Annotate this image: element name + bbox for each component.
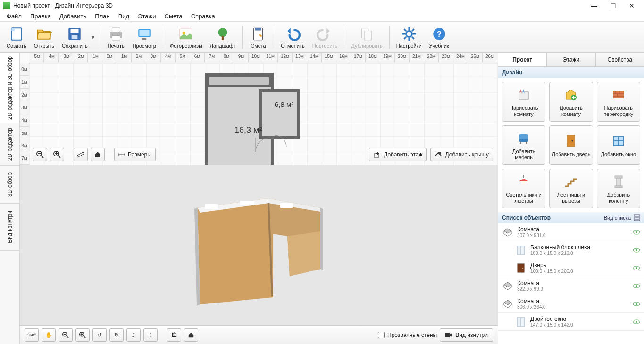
tilt-up-icon[interactable]: ⤴ (126, 328, 141, 342)
menu-add[interactable]: Добавить (56, 12, 90, 21)
add-floor-button[interactable]: Добавить этаж (369, 148, 427, 161)
list-item[interactable]: Комната322.0 x 99.9 (498, 277, 644, 295)
menu-view[interactable]: Вид (115, 12, 134, 21)
zoom-in-button[interactable] (50, 148, 64, 161)
menu-floors[interactable]: Этажи (134, 12, 159, 21)
zoom-out-button[interactable] (33, 148, 47, 161)
svg-point-90 (523, 181, 525, 183)
plan-2d-viewport[interactable]: -5м-4м-3м-2м-1м0м1м2м3м4м5м6м7м8м9м10м11… (20, 53, 498, 165)
svg-line-35 (41, 156, 43, 158)
svg-point-18 (406, 31, 412, 37)
object-list[interactable]: Комната307.0 x 531.0Балконный блок слева… (498, 223, 644, 344)
toolbar-photoreal[interactable]: Фотореализм (166, 23, 206, 51)
svg-rect-32 (260, 90, 298, 138)
add-roof-button[interactable]: Добавить крышу (430, 148, 493, 161)
toolbar-print[interactable]: Печать (103, 23, 129, 51)
design-add-furniture[interactable]: Добавить мебель (502, 125, 545, 165)
design-draw-room[interactable]: Нарисовать комнату (502, 82, 545, 122)
save-image-icon[interactable]: 🖼 (167, 328, 181, 342)
transparent-walls-checkbox[interactable]: Прозрачные стены (378, 332, 437, 338)
window-icon (515, 316, 527, 328)
rotate-360-icon[interactable]: 360° (25, 328, 39, 342)
svg-rect-31 (209, 76, 270, 86)
maximize-button[interactable]: ☐ (603, 0, 622, 11)
zoom-in-3d-icon[interactable] (75, 328, 90, 342)
viewtab-2d[interactable]: 2D-редактор (0, 123, 19, 166)
design-add-window[interactable]: Добавить окно (597, 125, 640, 165)
svg-point-105 (522, 268, 523, 269)
sizes-button[interactable]: Размеры (114, 148, 156, 161)
measure-button[interactable] (74, 148, 88, 161)
toolbar-estimate[interactable]: Смета (245, 23, 271, 51)
viewtab-3d[interactable]: 3D-обзор (0, 166, 19, 204)
svg-rect-3 (72, 35, 78, 39)
save-dropdown[interactable]: ▾ (92, 34, 97, 41)
list-item[interactable]: Комната306.0 x 264.0 (498, 295, 644, 313)
design-add-lights[interactable]: Светильники и люстры (502, 169, 545, 208)
menu-estimate[interactable]: Смета (161, 12, 186, 21)
svg-point-99 (636, 231, 637, 233)
visibility-icon[interactable] (633, 318, 640, 326)
svg-point-103 (636, 249, 637, 251)
rtab-props[interactable]: Свойства (596, 53, 644, 66)
toolbar-tutorial[interactable]: ?Учебник (426, 23, 453, 51)
menu-help[interactable]: Справка (187, 12, 219, 21)
svg-point-107 (636, 267, 637, 269)
toolbar-settings[interactable]: Настройки (393, 23, 426, 51)
door-icon (515, 262, 527, 274)
tilt-down-icon[interactable]: ⤵ (143, 328, 158, 342)
svg-line-38 (58, 156, 60, 158)
menu-file[interactable]: Файл (3, 12, 25, 21)
visibility-icon[interactable] (633, 264, 640, 272)
rtab-project[interactable]: Проект (498, 53, 547, 66)
minimize-button[interactable]: — (585, 0, 603, 11)
svg-rect-6 (112, 36, 120, 40)
svg-point-109 (636, 285, 637, 287)
toolbar-open[interactable]: Открыть (30, 23, 58, 51)
zoom-out-3d-icon[interactable] (59, 328, 73, 342)
svg-point-115 (636, 321, 637, 323)
svg-line-23 (404, 29, 406, 31)
home-button[interactable] (91, 148, 105, 161)
toolbar-preview[interactable]: Просмотр (129, 23, 160, 51)
pan-icon[interactable]: ✋ (42, 328, 56, 342)
design-add-column[interactable]: Добавить колонну (597, 169, 640, 208)
visibility-icon[interactable] (633, 300, 640, 308)
inside-view-button[interactable]: Вид изнутри (440, 328, 493, 342)
list-item[interactable]: Двойное окно147.0 x 15.0 x 142.0 (498, 313, 644, 331)
room-big-label: 16,3 м² (234, 125, 262, 135)
design-add-stairs[interactable]: Лестницы и вырезы (549, 169, 593, 208)
orbit-left-icon[interactable]: ↺ (92, 328, 107, 342)
list-item[interactable]: Комната307.0 x 531.0 (498, 223, 644, 241)
toolbar-landscape[interactable]: Ландшафт (206, 23, 240, 51)
view-3d-viewport[interactable] (20, 165, 498, 325)
menu-edit[interactable]: Правка (26, 12, 55, 21)
svg-line-24 (412, 37, 414, 39)
visibility-icon[interactable] (633, 229, 640, 236)
visibility-icon[interactable] (633, 282, 640, 290)
home-3d-icon[interactable] (184, 328, 198, 342)
objlist-viewmode[interactable]: Вид списка (604, 214, 640, 221)
rtab-floors[interactable]: Этажи (547, 53, 595, 66)
list-item[interactable]: Балконный блок слева183.0 x 15.0 x 212.0 (498, 241, 644, 259)
design-add-room[interactable]: Добавить комнату (549, 82, 593, 122)
render-3d (179, 175, 339, 316)
viewtab-2d3d[interactable]: 2D-редактор и 3D-обзор (0, 53, 19, 123)
svg-rect-80 (519, 139, 528, 142)
design-draw-partition[interactable]: Нарисовать перегородку (597, 82, 640, 122)
list-item[interactable]: Дверь100.0 x 15.0 x 200.0 (498, 259, 644, 277)
viewtab-inside[interactable]: Вид изнутри (0, 204, 19, 251)
svg-rect-92 (615, 176, 622, 178)
visibility-icon[interactable] (633, 246, 640, 254)
svg-marker-52 (287, 231, 320, 276)
close-button[interactable]: ✕ (622, 0, 641, 11)
menu-plan[interactable]: План (91, 12, 113, 21)
svg-rect-13 (222, 36, 224, 40)
toolbar-create[interactable]: Создать (3, 23, 30, 51)
orbit-right-icon[interactable]: ↻ (109, 328, 124, 342)
toolbar-save[interactable]: Сохранить (58, 23, 92, 51)
design-add-door[interactable]: Добавить дверь (549, 125, 593, 165)
horizontal-ruler: -5м-4м-3м-2м-1м0м1м2м3м4м5м6м7м8м9м10м11… (29, 53, 498, 63)
toolbar-undo[interactable]: Отменить (277, 23, 308, 51)
floorplan-drawing[interactable]: 16,3 м² 6,8 м² (204, 72, 303, 165)
